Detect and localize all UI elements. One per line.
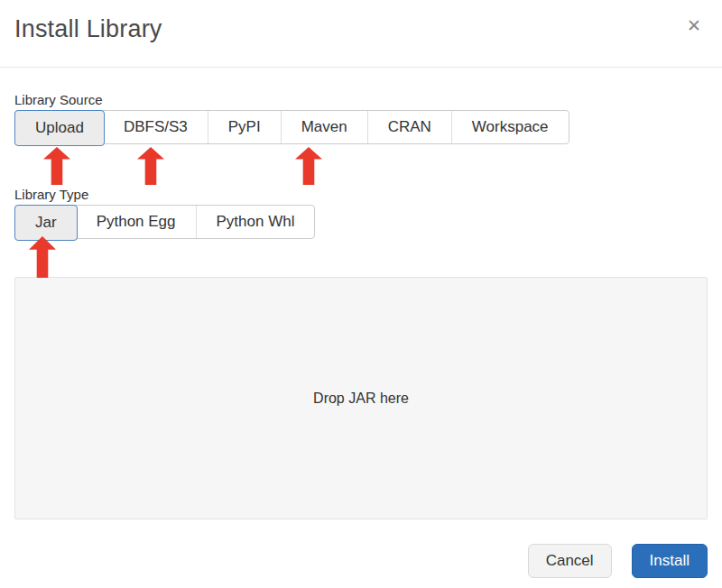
cancel-button[interactable]: Cancel <box>528 544 612 578</box>
dialog-body: Library Source Upload DBFS/S3 PyPI Maven… <box>0 90 722 519</box>
dropzone-text: Drop JAR here <box>313 390 409 407</box>
source-option-dbfs-s3[interactable]: DBFS/S3 <box>104 111 208 143</box>
library-source-group: Upload DBFS/S3 PyPI Maven CRAN Workspace <box>14 110 569 144</box>
page-title: Install Library <box>14 15 708 43</box>
source-option-workspace[interactable]: Workspace <box>452 111 569 143</box>
source-option-cran[interactable]: CRAN <box>368 111 452 143</box>
close-icon[interactable]: ✕ <box>680 13 708 40</box>
dialog-header: Install Library ✕ <box>0 0 722 68</box>
type-option-python-egg[interactable]: Python Egg <box>77 206 197 238</box>
source-option-pypi[interactable]: PyPI <box>208 111 282 143</box>
source-option-maven[interactable]: Maven <box>282 111 368 143</box>
library-type-group: Jar Python Egg Python Whl <box>14 205 315 239</box>
library-source-label: Library Source <box>14 90 708 110</box>
source-option-upload[interactable]: Upload <box>14 110 105 146</box>
jar-dropzone[interactable]: Drop JAR here <box>14 277 708 519</box>
type-option-python-whl[interactable]: Python Whl <box>197 206 315 238</box>
install-button[interactable]: Install <box>632 544 708 578</box>
library-type-label: Library Type <box>14 185 708 205</box>
type-option-jar[interactable]: Jar <box>14 205 78 241</box>
dialog-footer: Cancel Install <box>0 544 722 578</box>
